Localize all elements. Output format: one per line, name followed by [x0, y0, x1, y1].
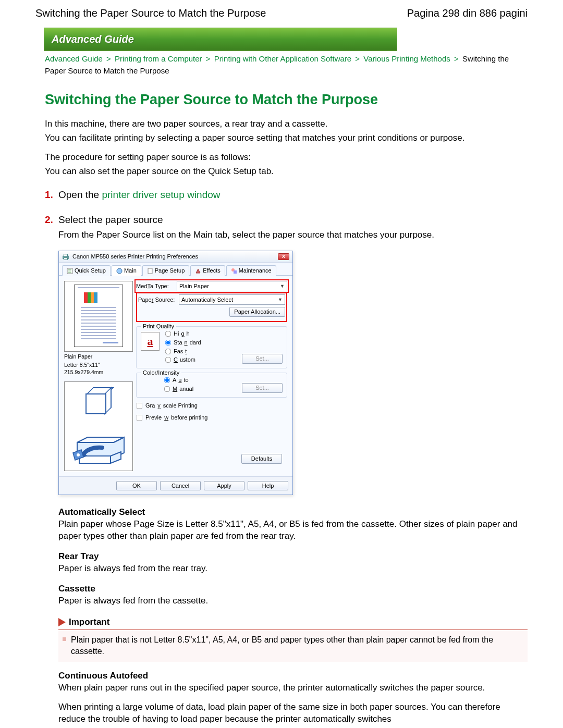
svg-point-4: [117, 268, 122, 274]
step-1: 1. Open the printer driver setup window: [45, 188, 528, 202]
apply-button[interactable]: Apply: [204, 481, 244, 491]
dialog-titlebar: Canon MP550 series Printer Printing Pref…: [59, 251, 292, 263]
print-quality-group: Print Quality a High Standard Fast Custo…: [136, 326, 287, 368]
step-1-text: Open the: [58, 189, 102, 200]
ok-button[interactable]: OK: [116, 481, 157, 491]
main-icon: [116, 268, 123, 274]
media-type-select[interactable]: Plain Paper ▼: [177, 281, 287, 291]
intro-p1: In this machine, there are two paper sou…: [45, 118, 528, 130]
dropdown-caret-icon: ▼: [278, 297, 283, 303]
important-label: Important: [69, 616, 109, 628]
media-type-label: MedTa Type:: [136, 282, 177, 290]
printer-icon: [62, 253, 69, 261]
option-cont-title: Continuous Autofeed: [58, 670, 528, 682]
quality-high-radio[interactable]: High: [165, 330, 201, 338]
crumb-sep: >: [452, 54, 460, 63]
svg-rect-1: [64, 254, 68, 256]
preview-caption-1: Plain Paper: [64, 352, 133, 360]
tab-quick-setup[interactable]: Quick Setup: [62, 265, 111, 276]
step-2: 2. Select the paper source From the Pape…: [45, 213, 528, 725]
intro-p2: You can facilitate printing by selecting…: [45, 132, 528, 144]
dialog-footer: OK Cancel Apply Help: [59, 476, 292, 495]
option-cont-desc2: When printing a large volume of data, lo…: [58, 701, 528, 725]
crumb-printing-other-apps[interactable]: Printing with Other Application Software: [214, 54, 351, 63]
dropdown-caret-icon: ▼: [280, 283, 285, 289]
printer-driver-setup-link[interactable]: printer driver setup window: [102, 189, 220, 200]
color-set-button[interactable]: Set...: [242, 383, 283, 393]
crumb-advanced-guide[interactable]: Advanced Guide: [45, 54, 103, 63]
option-continuous-autofeed: Continuous Autofeed When plain paper run…: [58, 670, 528, 725]
intro-p3: The procedure for setting paper source i…: [45, 152, 528, 164]
option-rear-title: Rear Tray: [58, 551, 528, 563]
page-setup-icon: [147, 268, 153, 274]
option-auto-title: Automatically Select: [58, 507, 528, 519]
quality-set-button[interactable]: Set...: [242, 354, 283, 364]
cancel-button[interactable]: Cancel: [160, 481, 201, 491]
color-intensity-legend: Color/Intensity: [141, 369, 181, 377]
page-title: Switching the Paper Source to Match the …: [45, 90, 528, 109]
breadcrumb: Advanced Guide > Printing from a Compute…: [35, 51, 528, 79]
option-auto-select: Automatically Select Plain paper whose P…: [58, 507, 528, 542]
quality-fast-radio[interactable]: Fast: [165, 348, 201, 355]
help-button[interactable]: Help: [248, 481, 288, 491]
tab-main[interactable]: Main: [112, 265, 141, 276]
quality-custom-radio[interactable]: Custom: [165, 356, 201, 364]
media-type-value: Plain Paper: [179, 282, 209, 290]
color-manual-radio[interactable]: Manual: [164, 385, 193, 393]
step-2-title: Select the paper source: [58, 213, 528, 227]
paper-source-highlight: Paper Source: Automatically Select ▼: [136, 292, 287, 322]
maintenance-icon: [231, 268, 237, 274]
step-1-number: 1.: [45, 188, 53, 202]
crumb-printing-from-computer[interactable]: Printing from a Computer: [115, 54, 202, 63]
svg-rect-7: [234, 270, 237, 274]
header-right: Pagina 298 din 886 pagini: [407, 6, 528, 20]
important-body: Plain paper that is not Letter 8.5"x11",…: [58, 630, 528, 662]
color-auto-radio[interactable]: Auto: [164, 376, 193, 384]
paper-source-label: Paper Source:: [138, 296, 179, 304]
important-callout: Important Plain paper that is not Letter…: [58, 616, 528, 662]
tab-maintenance-label: Maintenance: [239, 267, 272, 275]
preview-printer-pane: [64, 381, 133, 471]
quick-setup-icon: [67, 268, 73, 274]
tab-main-label: Main: [124, 267, 137, 275]
option-rear-tray: Rear Tray Paper is always fed from the r…: [58, 551, 528, 575]
crumb-sep: >: [353, 54, 361, 63]
option-cont-desc1: When plain paper runs out in the specifi…: [58, 682, 528, 694]
preview-thumbnail-icon: [84, 292, 97, 303]
advanced-guide-banner: Advanced Guide: [44, 28, 397, 51]
intro-p4: You can also set the paper source on the…: [45, 166, 528, 178]
dialog-close-button[interactable]: X: [278, 253, 289, 260]
svg-rect-2: [64, 258, 68, 260]
preview-before-printing-checkbox[interactable]: Preview before printing: [136, 414, 287, 422]
paper-allocation-button[interactable]: Paper Allocation...: [229, 307, 285, 317]
printer-drawing-icon: [72, 427, 129, 467]
defaults-button[interactable]: Defaults: [241, 454, 282, 464]
option-cassette-title: Cassette: [58, 583, 528, 595]
quality-sample-icon: a: [141, 332, 160, 351]
preview-caption-2: Letter 8.5"x11" 215.9x279.4mm: [64, 360, 133, 376]
important-triangle-icon: [58, 618, 66, 626]
printing-preferences-dialog: Canon MP550 series Printer Printing Pref…: [58, 251, 293, 495]
preview-document-pane: [64, 281, 133, 352]
tab-page-setup-label: Page Setup: [155, 267, 185, 275]
header-left: Switching the Paper Source to Match the …: [35, 6, 266, 20]
tab-quick-setup-label: Quick Setup: [75, 267, 106, 275]
effects-icon: [195, 268, 201, 274]
media-type-row: MedTa Type: Plain Paper ▼: [136, 281, 287, 291]
crumb-sep: >: [204, 54, 212, 63]
print-quality-legend: Print Quality: [141, 323, 176, 330]
paper-source-select[interactable]: Automatically Select ▼: [179, 294, 285, 305]
crumb-various-methods[interactable]: Various Printing Methods: [363, 54, 450, 63]
crumb-sep: >: [105, 54, 113, 63]
option-rear-desc: Paper is always fed from the rear tray.: [58, 563, 528, 575]
tab-maintenance[interactable]: Maintenance: [226, 265, 276, 276]
dialog-tabs: Quick Setup Main Page Setup: [59, 263, 292, 276]
grayscale-checkbox[interactable]: Grayscale Printing: [136, 402, 287, 410]
color-intensity-group: Color/Intensity Auto Manual: [136, 373, 287, 398]
quality-standard-radio[interactable]: Standard: [165, 339, 201, 347]
tab-effects[interactable]: Effects: [190, 265, 225, 276]
svg-rect-5: [148, 268, 152, 274]
svg-point-14: [77, 453, 80, 456]
paper-cube-icon: [85, 387, 111, 412]
tab-page-setup[interactable]: Page Setup: [142, 265, 190, 276]
